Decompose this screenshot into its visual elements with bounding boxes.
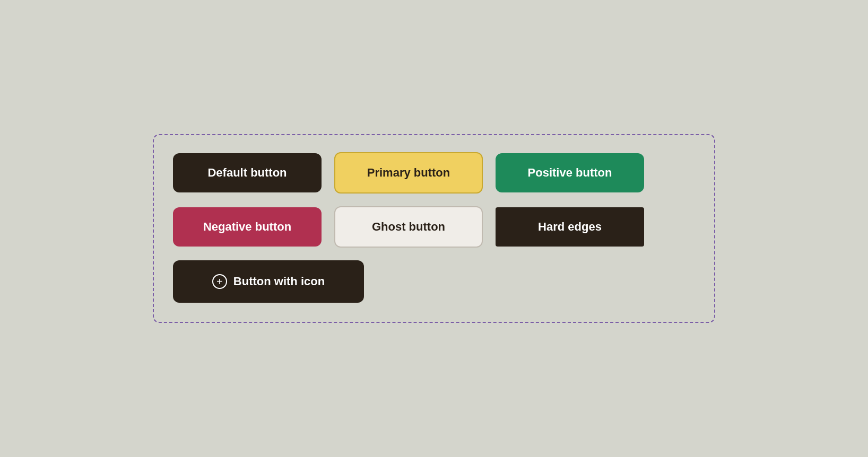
primary-button[interactable]: Primary button bbox=[334, 152, 483, 194]
hard-edges-button[interactable]: Hard edges bbox=[496, 207, 644, 247]
icon-button[interactable]: + Button with icon bbox=[173, 260, 364, 303]
positive-button[interactable]: Positive button bbox=[496, 153, 644, 192]
button-showcase-container: Default button Primary button Positive b… bbox=[153, 134, 715, 323]
icon-button-label: Button with icon bbox=[233, 276, 325, 287]
button-row-2: Negative button Ghost button Hard edges bbox=[173, 206, 695, 248]
negative-button[interactable]: Negative button bbox=[173, 207, 322, 247]
default-button[interactable]: Default button bbox=[173, 153, 322, 192]
button-row-1: Default button Primary button Positive b… bbox=[173, 152, 695, 194]
circle-plus-icon: + bbox=[212, 274, 227, 289]
button-row-3: + Button with icon bbox=[173, 260, 695, 303]
buttons-grid: Default button Primary button Positive b… bbox=[173, 152, 695, 303]
ghost-button[interactable]: Ghost button bbox=[334, 206, 483, 248]
